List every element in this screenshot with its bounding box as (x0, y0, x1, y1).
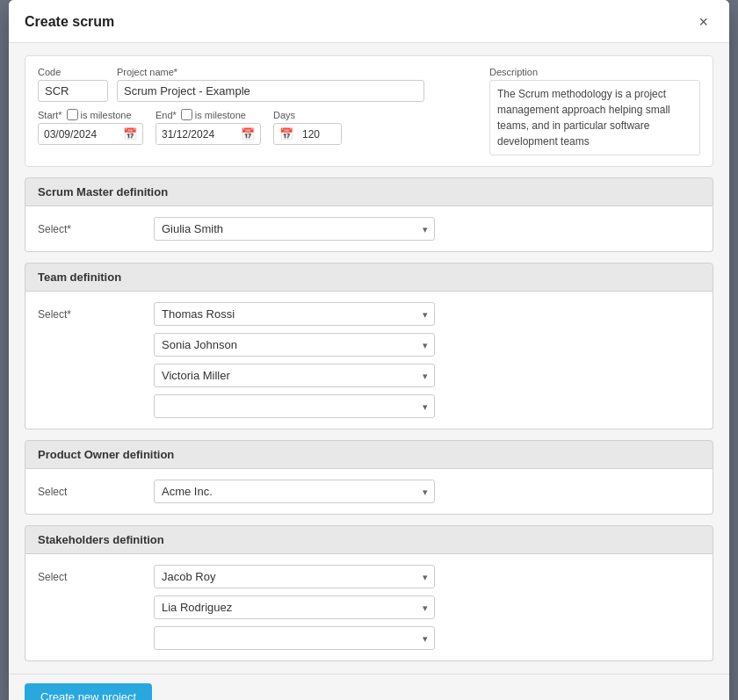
top-form: Code Project name* Start* (25, 55, 713, 167)
stakeholder-2-select[interactable]: Lia Rodriguez (154, 595, 435, 619)
product-owner-label: Select (38, 486, 143, 498)
days-group: Days 📅 (273, 110, 342, 145)
team-member-1-select[interactable]: Thomas Rossi (154, 302, 435, 326)
end-milestone-checkbox[interactable] (181, 109, 192, 120)
team-member-2-select[interactable]: Sonia Johnson (154, 333, 435, 357)
code-field-group: Code (38, 67, 108, 102)
team-row-4: ▾ (38, 394, 700, 418)
start-calendar-icon[interactable]: 📅 (118, 124, 142, 144)
product-owner-select-wrapper: Acme Inc. ▾ (154, 480, 435, 503)
code-input[interactable] (38, 80, 108, 102)
project-name-label: Project name* (117, 67, 424, 77)
stakeholders-label: Select (38, 571, 143, 583)
scrum-master-label: Select* (38, 223, 143, 235)
team-member-1-wrapper: Thomas Rossi ▾ (154, 302, 435, 326)
team-member-4-select[interactable] (154, 394, 435, 418)
team-body: Select* Thomas Rossi ▾ Sonia Johnson (25, 292, 713, 429)
end-milestone-text: is milestone (195, 110, 246, 120)
team-section: Team definition Select* Thomas Rossi ▾ (25, 263, 713, 429)
team-row-3: Victoria Miller ▾ (38, 364, 700, 387)
scrum-master-body: Select* Giulia Smith ▾ (25, 206, 713, 252)
team-row-1: Select* Thomas Rossi ▾ (38, 302, 700, 326)
description-label: Description (489, 67, 700, 77)
end-label: End* (156, 110, 177, 120)
product-owner-row: Select Acme Inc. ▾ (38, 480, 700, 503)
start-label-row: Start* is milestone (38, 109, 143, 120)
team-select-label: Select* (38, 308, 143, 321)
stakeholder-3-wrapper: ▾ (154, 626, 435, 650)
create-project-button[interactable]: Create new project (25, 683, 152, 700)
date-row: Start* is milestone 📅 (38, 109, 479, 145)
product-owner-section: Product Owner definition Select Acme Inc… (25, 440, 713, 515)
scrum-master-section: Scrum Master definition Select* Giulia S… (25, 177, 713, 252)
team-member-3-wrapper: Victoria Miller ▾ (154, 364, 435, 387)
end-calendar-icon[interactable]: 📅 (235, 124, 260, 144)
start-milestone-checkbox[interactable] (67, 109, 78, 120)
scrum-master-header: Scrum Master definition (25, 177, 713, 206)
stakeholders-header: Stakeholders definition (25, 525, 713, 554)
end-label-row: End* is milestone (156, 109, 261, 120)
days-wrapper: 📅 (273, 123, 342, 145)
start-label: Start* (38, 110, 62, 120)
start-milestone-label: is milestone (67, 109, 132, 120)
days-label: Days (273, 110, 342, 120)
stakeholder-3-select[interactable] (154, 626, 435, 650)
end-date-input[interactable] (156, 125, 235, 144)
stakeholder-2-wrapper: Lia Rodriguez ▾ (154, 595, 435, 619)
start-date-group: Start* is milestone 📅 (38, 109, 143, 145)
stakeholders-row-3: ▾ (38, 626, 700, 650)
team-member-4-wrapper: ▾ (154, 394, 435, 418)
days-input[interactable] (297, 125, 341, 144)
product-owner-header: Product Owner definition (25, 440, 713, 469)
modal-header: Create scrum × (9, 0, 729, 43)
stakeholders-row-1: Select Jacob Roy ▾ (38, 565, 700, 588)
description-text: The Scrum methodology is a project manag… (489, 80, 700, 155)
code-label: Code (38, 67, 108, 77)
stakeholders-section: Stakeholders definition Select Jacob Roy… (25, 525, 713, 661)
code-project-row: Code Project name* (38, 67, 479, 102)
modal-footer: Create new project (9, 674, 729, 700)
modal-title: Create scrum (25, 14, 114, 30)
team-member-3-select[interactable]: Victoria Miller (154, 364, 435, 387)
create-scrum-modal: Create scrum × Code Project name* (9, 0, 729, 700)
scrum-master-select[interactable]: Giulia Smith (154, 217, 435, 241)
days-calendar-icon: 📅 (274, 124, 297, 144)
modal-body: Code Project name* Start* (9, 43, 729, 674)
start-date-input[interactable] (39, 125, 118, 144)
scrum-master-row: Select* Giulia Smith ▾ (38, 217, 700, 241)
stakeholder-1-wrapper: Jacob Roy ▾ (154, 565, 435, 588)
project-name-input[interactable] (117, 80, 424, 102)
end-date-wrapper: 📅 (156, 123, 261, 145)
team-member-2-wrapper: Sonia Johnson ▾ (154, 333, 435, 357)
top-form-left: Code Project name* Start* (38, 67, 479, 145)
product-owner-select[interactable]: Acme Inc. (154, 480, 435, 503)
team-header: Team definition (25, 263, 713, 292)
start-date-wrapper: 📅 (38, 123, 143, 145)
close-button[interactable]: × (693, 12, 713, 32)
stakeholder-1-select[interactable]: Jacob Roy (154, 565, 435, 588)
end-date-group: End* is milestone 📅 (156, 109, 261, 145)
end-milestone-label: is milestone (181, 109, 246, 120)
stakeholders-row-2: Lia Rodriguez ▾ (38, 595, 700, 619)
project-name-field-group: Project name* (117, 67, 424, 102)
scrum-master-select-wrapper: Giulia Smith ▾ (154, 217, 435, 241)
start-milestone-text: is milestone (81, 110, 132, 120)
product-owner-body: Select Acme Inc. ▾ (25, 469, 713, 515)
team-row-2: Sonia Johnson ▾ (38, 333, 700, 357)
stakeholders-body: Select Jacob Roy ▾ Lia Rodriguez ▾ (25, 554, 713, 661)
description-group: Description The Scrum methodology is a p… (489, 67, 700, 155)
